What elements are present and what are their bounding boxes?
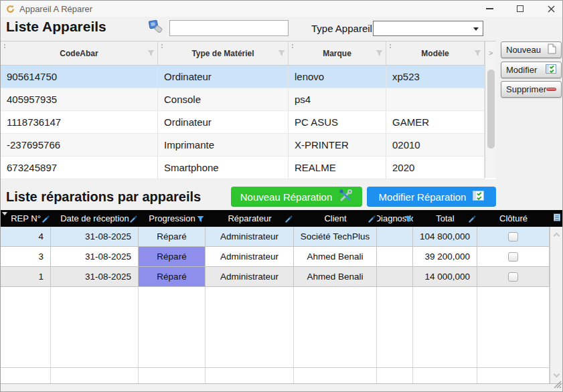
column-chooser-icon[interactable] <box>553 213 561 223</box>
tools-icon <box>339 189 353 204</box>
edit-pen-icon[interactable] <box>42 215 50 225</box>
cell-modele: xp523 <box>386 66 485 88</box>
maximize-button[interactable] <box>511 1 530 17</box>
cell-cloture <box>477 247 550 267</box>
filter-icon[interactable] <box>474 50 481 59</box>
scroll-down-icon[interactable] <box>554 371 560 378</box>
table-row[interactable]: 673245897 Smartphone REALME 2020 <box>1 157 496 179</box>
nouveau-reparation-button[interactable]: Nouveau Réparation <box>231 187 362 207</box>
column-header-client[interactable]: Client <box>294 210 377 227</box>
cloture-checkbox[interactable] <box>508 232 518 241</box>
nouveau-button[interactable]: Nouveau <box>501 41 562 58</box>
supprimer-button[interactable]: Supprimer <box>501 81 562 98</box>
table-row[interactable]: 405957935 Console ps4 <box>1 88 496 111</box>
search-input[interactable] <box>169 20 289 36</box>
cell-modele <box>386 88 485 111</box>
column-label: Clôturé <box>499 213 528 223</box>
cell-type: Imprimante <box>158 134 289 157</box>
edit-pen-icon[interactable] <box>130 215 137 225</box>
table-row-selected[interactable]: 4 31-08-2025 Réparé Administrateur Socié… <box>1 227 563 247</box>
cell-type: Ordinateur <box>158 66 289 88</box>
button-label: Nouveau Réparation <box>240 191 333 203</box>
resize-grip-icon[interactable] <box>554 379 562 391</box>
minimize-button[interactable] <box>480 1 499 17</box>
type-appareil-label: Type Appareil <box>311 23 372 34</box>
cell-client: Ahmed Benali <box>294 267 377 287</box>
app-window: Appareil A Réparer Liste Appareils Type … <box>0 0 563 392</box>
column-header-diagnostic[interactable]: Diagnostic <box>377 210 413 227</box>
cloture-checkbox[interactable] <box>508 252 518 262</box>
cell-codeabar: 905614750 <box>1 66 158 88</box>
cell-rep: 1 <box>1 267 51 287</box>
cell-rep: 3 <box>1 247 51 267</box>
appareils-table: CodeAbar Type de Matériel Marque <box>1 41 496 179</box>
column-label: Type de Matériel <box>191 49 254 58</box>
reparations-table-header: REP N° Date de réception <box>1 210 563 227</box>
column-header-progression[interactable]: Progression <box>139 210 206 227</box>
edit-pen-icon[interactable] <box>469 215 476 225</box>
new-file-icon <box>548 43 556 56</box>
table-row-selected[interactable]: 905614750 Ordinateur lenovo xp523 <box>1 66 496 88</box>
scrollbar-thumb[interactable] <box>487 70 495 149</box>
column-header-type[interactable]: Type de Matériel <box>158 41 289 65</box>
cell-date: 31-08-2025 <box>51 247 139 267</box>
cloture-checkbox[interactable] <box>508 272 518 282</box>
chevron-down-icon <box>473 27 479 33</box>
column-header-total[interactable]: Total <box>413 210 477 227</box>
scroll-up-icon[interactable] <box>554 233 560 239</box>
cell-codeabar: 1118736147 <box>1 111 158 134</box>
filter-icon[interactable] <box>278 50 285 59</box>
close-button[interactable] <box>542 1 560 17</box>
drag-handle-icon <box>161 44 163 45</box>
modifier-button[interactable]: Modifier <box>501 62 562 78</box>
cell-client: Ahmed Benali <box>294 247 377 267</box>
column-header-modele[interactable]: Modèle <box>386 41 485 65</box>
scroll-right-icon: > <box>489 49 493 57</box>
type-appareil-select[interactable] <box>373 21 483 36</box>
column-header-date[interactable]: Date de réception <box>51 210 139 227</box>
column-label: REP N° <box>11 213 41 223</box>
drag-handle-icon <box>4 44 5 45</box>
column-label: Progression <box>149 213 195 223</box>
reparations-table: REP N° Date de réception <box>1 210 563 383</box>
table-row[interactable]: 1118736147 Ordinateur PC ASUS GAMER <box>1 111 496 134</box>
edit-pen-icon[interactable] <box>368 215 376 225</box>
table-row[interactable]: 1 31-08-2025 Réparé Administrateur Ahmed… <box>1 267 563 287</box>
column-header-rep[interactable]: REP N° <box>1 210 51 227</box>
cell-diagnostic <box>377 247 413 267</box>
column-label: CodeAbar <box>60 49 98 58</box>
filter-icon[interactable] <box>147 50 155 59</box>
filter-icon[interactable] <box>376 50 383 59</box>
empty-rows-area <box>1 287 550 383</box>
cell-marque: ps4 <box>289 88 386 111</box>
column-header-codeabar[interactable]: CodeAbar <box>1 41 158 65</box>
column-header-marque[interactable]: Marque <box>289 41 386 65</box>
cell-rep: 4 <box>1 227 51 247</box>
cell-reparateur: Administrateur <box>206 247 294 267</box>
column-header-cloture[interactable]: Clôturé <box>477 210 550 227</box>
table-row[interactable]: -237695766 Imprimante X-PRINTER 02010 <box>1 134 496 157</box>
drag-handle-icon <box>390 44 391 45</box>
cell-marque: PC ASUS <box>289 111 386 134</box>
button-label: Modifier <box>506 65 537 75</box>
column-header-reparateur[interactable]: Réparateur <box>206 210 294 227</box>
cell-progression: Réparé <box>139 247 206 267</box>
cell-type: Ordinateur <box>158 111 289 134</box>
cell-type: Smartphone <box>158 157 289 179</box>
modifier-reparation-button[interactable]: Modifier Réparation <box>367 187 496 207</box>
column-chooser-cell[interactable] <box>550 210 563 227</box>
table-row[interactable]: 3 31-08-2025 Réparé Administrateur Ahmed… <box>1 247 563 267</box>
column-label: Marque <box>323 49 351 58</box>
app-icon <box>6 4 15 16</box>
button-label: Nouveau <box>506 45 541 55</box>
cell-progression: Réparé <box>139 267 206 287</box>
filter-icon[interactable] <box>197 215 204 225</box>
cell-codeabar: 673245897 <box>1 157 158 179</box>
edit-pen-icon[interactable] <box>285 215 293 225</box>
minus-icon <box>546 88 556 91</box>
cell-diagnostic <box>377 227 413 247</box>
cell-modele: 02010 <box>386 134 485 157</box>
vertical-scrollbar[interactable] <box>550 227 563 383</box>
vertical-scrollbar[interactable]: > <box>485 41 496 178</box>
filter-icon[interactable] <box>404 215 412 225</box>
